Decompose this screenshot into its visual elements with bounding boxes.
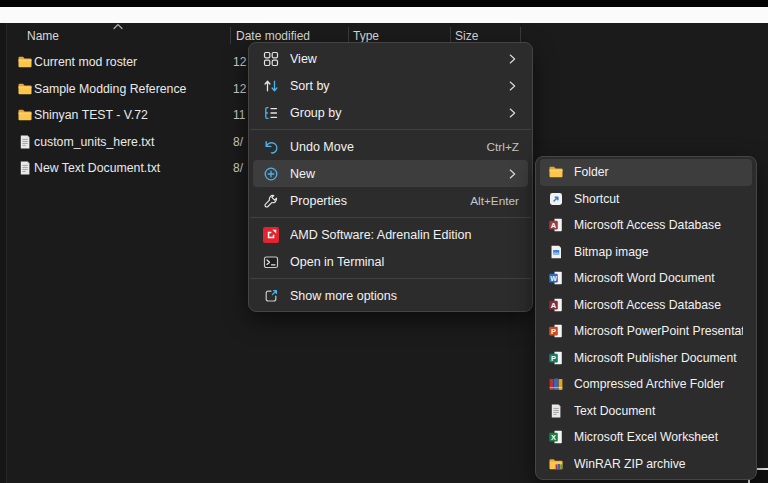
menu-item-group-by[interactable]: Group by (253, 99, 528, 126)
menu-item-label: Properties (290, 194, 459, 208)
menu-item-open-in-terminal[interactable]: Open in Terminal (253, 248, 528, 275)
submenu-item-label: Compressed Archive Folder (574, 377, 743, 391)
folder-icon (17, 54, 33, 70)
menu-item-amd-software[interactable]: AMD Software: Adrenalin Edition (253, 221, 528, 248)
submenu-item-word-document[interactable]: W Microsoft Word Document (540, 265, 752, 292)
text-file-icon (17, 160, 33, 176)
menu-item-shortcut: Ctrl+Z (487, 140, 519, 154)
submenu-item-label: Text Document (574, 404, 743, 418)
new-submenu: Folder Shortcut A Microsoft Access Datab… (535, 156, 757, 480)
group-icon (263, 105, 279, 121)
chevron-right-icon (505, 79, 519, 93)
submenu-item-label: Folder (574, 165, 743, 179)
menu-divider (250, 129, 531, 130)
menu-item-show-more-options[interactable]: Show more options (253, 282, 528, 309)
amd-adrenalin-icon (263, 227, 279, 243)
show-more-icon (263, 288, 279, 304)
publisher-icon: P (548, 350, 564, 366)
file-date-partial: 8/ (233, 155, 243, 182)
terminal-icon (263, 254, 279, 270)
wrench-icon (263, 193, 279, 209)
text-document-icon (548, 403, 564, 419)
column-header-name[interactable]: Name (27, 28, 59, 44)
menu-item-sort-by[interactable]: Sort by (253, 72, 528, 99)
svg-text:W: W (550, 275, 557, 282)
menu-divider (250, 217, 531, 218)
submenu-item-excel-worksheet[interactable]: X Microsoft Excel Worksheet (540, 424, 752, 451)
folder-icon (548, 164, 564, 180)
menu-item-properties[interactable]: Properties Alt+Enter (253, 187, 528, 214)
bitmap-icon (548, 244, 564, 260)
zip-folder-icon (548, 456, 564, 472)
view-icon (263, 51, 279, 67)
submenu-item-text-document[interactable]: Text Document (540, 398, 752, 425)
menu-item-label: Sort by (290, 79, 494, 93)
chevron-right-icon (505, 167, 519, 181)
sort-ascending-caret-icon[interactable] (112, 22, 124, 31)
svg-text:A: A (551, 300, 557, 309)
context-menu: View Sort by Group by (248, 42, 533, 312)
submenu-item-label: Shortcut (574, 192, 743, 206)
file-name: Current mod roster (34, 49, 137, 76)
menu-item-label: New (290, 167, 494, 181)
submenu-item-label: Microsoft Access Database (574, 298, 743, 312)
submenu-item-label: Microsoft PowerPoint Presentation (574, 324, 743, 338)
file-name: custom_units_here.txt (34, 129, 154, 156)
submenu-item-label: Microsoft Publisher Document (574, 351, 743, 365)
svg-text:A: A (551, 221, 557, 230)
submenu-item-compressed-archive[interactable]: Compressed Archive Folder (540, 371, 752, 398)
shortcut-icon (548, 191, 564, 207)
text-file-icon (17, 134, 33, 150)
submenu-item-shortcut[interactable]: Shortcut (540, 186, 752, 213)
access-icon: A (548, 217, 564, 233)
submenu-item-bitmap-image[interactable]: Bitmap image (540, 239, 752, 266)
submenu-item-label: Microsoft Word Document (574, 271, 743, 285)
menu-item-label: Group by (290, 106, 494, 120)
svg-text:X: X (551, 433, 556, 442)
svg-text:P: P (551, 327, 556, 336)
submenu-item-winrar-zip[interactable]: WinRAR ZIP archive (540, 451, 752, 478)
file-date-partial: 12 (233, 76, 246, 103)
menu-item-label: Undo Move (290, 140, 476, 154)
submenu-item-access-database-2[interactable]: A Microsoft Access Database (540, 292, 752, 319)
powerpoint-icon: P (548, 323, 564, 339)
excel-icon: X (548, 429, 564, 445)
new-plus-icon (263, 166, 279, 182)
undo-icon (263, 139, 279, 155)
file-name: Sample Modding Reference (34, 76, 186, 103)
submenu-item-label: Bitmap image (574, 245, 743, 259)
sort-icon (263, 78, 279, 94)
access-icon: A (548, 297, 564, 313)
submenu-item-publisher-document[interactable]: P Microsoft Publisher Document (540, 345, 752, 372)
menu-item-label: Show more options (290, 289, 519, 303)
menu-item-label: AMD Software: Adrenalin Edition (290, 228, 519, 242)
submenu-item-label: WinRAR ZIP archive (574, 457, 743, 471)
word-icon: W (548, 270, 564, 286)
submenu-item-powerpoint-presentation[interactable]: P Microsoft PowerPoint Presentation (540, 318, 752, 345)
chevron-right-icon (505, 106, 519, 120)
menu-item-new[interactable]: New (253, 160, 528, 187)
submenu-item-label: Microsoft Excel Worksheet (574, 430, 743, 444)
winrar-books-icon (548, 376, 564, 392)
file-name: New Text Document.txt (34, 155, 160, 182)
file-date-partial: 8/ (233, 129, 243, 156)
menu-item-view[interactable]: View (253, 45, 528, 72)
folder-icon (17, 107, 33, 123)
menu-item-label: Open in Terminal (290, 255, 519, 269)
menu-item-undo-move[interactable]: Undo Move Ctrl+Z (253, 133, 528, 160)
submenu-item-folder[interactable]: Folder (540, 159, 752, 186)
folder-icon (17, 81, 33, 97)
file-name: Shinyan TEST - V.72 (34, 102, 148, 129)
top-black-bar (0, 0, 768, 7)
chevron-right-icon (505, 52, 519, 66)
toolbar-white-strip (0, 7, 768, 23)
menu-item-label: View (290, 52, 494, 66)
submenu-item-access-database[interactable]: A Microsoft Access Database (540, 212, 752, 239)
file-date-partial: 12 (233, 49, 246, 76)
svg-text:P: P (551, 353, 556, 362)
column-separator[interactable] (230, 27, 231, 44)
file-date-partial: 11 (233, 102, 245, 129)
menu-divider (250, 278, 531, 279)
menu-item-shortcut: Alt+Enter (470, 194, 519, 208)
desktop-screen: Name Date modified Type Size Current mod… (0, 0, 768, 483)
